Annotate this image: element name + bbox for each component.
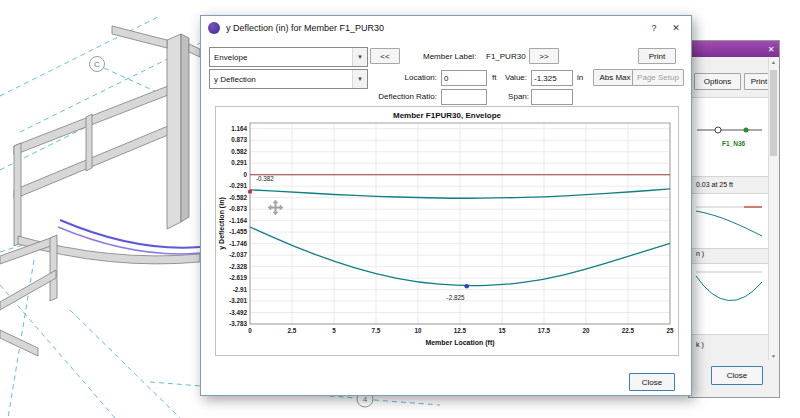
svg-text:-2.037: -2.037 (229, 251, 247, 258)
value-label: Value: (497, 73, 527, 82)
app-icon (208, 22, 220, 34)
location-label: Location: (361, 73, 437, 82)
svg-text:10: 10 (414, 327, 422, 334)
abs-max-button[interactable]: Abs Max (593, 69, 637, 86)
svg-text:0.873: 0.873 (231, 136, 247, 143)
next-member-button[interactable]: >> (529, 48, 559, 64)
svg-text:1.164: 1.164 (231, 125, 247, 132)
results-side-panel: ✕ Options Print F1_N36 0.03 at 25 ft n )… (688, 40, 780, 398)
svg-text:-2.619: -2.619 (229, 274, 247, 281)
svg-text:-3.783: -3.783 (229, 320, 247, 327)
deflection-plot[interactable]: 1.1640.8730.5820.2910-0.291-0.582-0.873-… (216, 120, 676, 350)
value-unit: in (577, 73, 583, 82)
svg-text:-0.382: -0.382 (256, 175, 274, 182)
location-input[interactable] (441, 70, 487, 86)
svg-text:-0.582: -0.582 (229, 194, 247, 201)
mini-diagram-2 (691, 263, 769, 335)
selected-members[interactable] (58, 220, 200, 254)
location-unit: ft (492, 73, 496, 82)
move-cursor-icon (268, 200, 283, 219)
svg-text:22.5: 22.5 (622, 327, 635, 334)
svg-text:0: 0 (243, 171, 247, 178)
panel-scrollbar[interactable]: ▲ ▼ (768, 58, 778, 360)
svg-text:20: 20 (582, 327, 590, 334)
panel-result-annotation: 0.03 at 25 ft (696, 181, 733, 188)
member-label-caption: Member Label: (423, 52, 476, 61)
selected-node-icon (744, 128, 749, 133)
side-panel-titlebar[interactable]: ✕ (689, 41, 779, 57)
member-label-value: F1_PUR30 (486, 52, 526, 61)
dialog-titlebar[interactable]: y Deflection (in) for Member F1_PUR30 ? … (201, 16, 691, 40)
svg-text:-1.455: -1.455 (229, 228, 247, 235)
svg-text:-2.328: -2.328 (229, 263, 247, 270)
dialog-title: y Deflection (in) for Member F1_PUR30 (226, 23, 643, 33)
page-setup-button[interactable]: Page Setup (632, 69, 684, 86)
member-node-diagram: F1_N36 (691, 97, 769, 177)
dialog-close-icon[interactable]: ✕ (665, 18, 687, 38)
prev-member-button[interactable]: << (370, 48, 400, 64)
result-type-value: y Deflection (214, 75, 256, 84)
axis-label-fragment-1: n ) (696, 250, 704, 257)
svg-text:12.5: 12.5 (454, 327, 467, 334)
panel-close-button[interactable]: Close (711, 366, 763, 385)
svg-text:15: 15 (498, 327, 506, 334)
span-input[interactable] (531, 89, 573, 105)
svg-text:-3.492: -3.492 (229, 309, 247, 316)
deflection-chart: Member F1PUR30, Envelope 1.1640.8730.582… (215, 106, 679, 356)
svg-text:-2.91: -2.91 (233, 286, 248, 293)
scrollbar-thumb[interactable] (770, 70, 777, 156)
steel-members (0, 26, 200, 356)
svg-text:5: 5 (332, 327, 336, 334)
mini-diagram-1 (691, 193, 769, 249)
chevron-down-icon: ▾ (352, 48, 367, 66)
help-button[interactable]: ? (643, 18, 665, 38)
svg-text:7.5: 7.5 (372, 327, 381, 334)
svg-text:-0.291: -0.291 (229, 182, 247, 189)
scroll-up-icon[interactable]: ▲ (771, 58, 776, 66)
svg-text:-2.825: -2.825 (447, 294, 465, 301)
grid-bubble-c-label: C (94, 60, 100, 69)
deflection-ratio-label: Deflection Ratio: (331, 92, 437, 101)
chart-title: Member F1PUR30, Envelope (216, 111, 678, 120)
svg-text:Member Location (ft): Member Location (ft) (425, 339, 494, 347)
svg-text:-0.873: -0.873 (229, 205, 247, 212)
result-set-value: Envelope (214, 53, 247, 62)
result-type-combobox[interactable]: y Deflection ▾ (209, 69, 368, 89)
svg-text:25: 25 (666, 327, 674, 334)
scroll-down-icon[interactable]: ▼ (771, 352, 776, 360)
svg-text:0.291: 0.291 (231, 159, 247, 166)
result-set-combobox[interactable]: Envelope ▾ (209, 47, 368, 67)
svg-text:y Deflection (in): y Deflection (in) (218, 197, 226, 250)
svg-text:-1.164: -1.164 (229, 217, 247, 224)
grid-bubble-4-label: 4 (363, 395, 368, 404)
svg-text:0.582: 0.582 (231, 148, 247, 155)
node-label: F1_N36 (722, 140, 745, 147)
side-panel-close-icon[interactable]: ✕ (763, 45, 779, 54)
value-input[interactable] (531, 70, 573, 86)
svg-text:2.5: 2.5 (288, 327, 297, 334)
dialog-close-button[interactable]: Close (629, 373, 675, 391)
axis-label-fragment-2: k ) (696, 341, 704, 348)
span-label: Span: (491, 92, 529, 101)
deflection-ratio-input[interactable] (441, 89, 487, 105)
svg-text:0: 0 (248, 327, 252, 334)
node-marker-icon (715, 127, 721, 133)
svg-text:17.5: 17.5 (538, 327, 551, 334)
svg-text:-1.746: -1.746 (229, 240, 247, 247)
options-button[interactable]: Options (694, 73, 741, 90)
print-button[interactable]: Print (638, 48, 676, 64)
svg-text:-3.201: -3.201 (229, 297, 247, 304)
